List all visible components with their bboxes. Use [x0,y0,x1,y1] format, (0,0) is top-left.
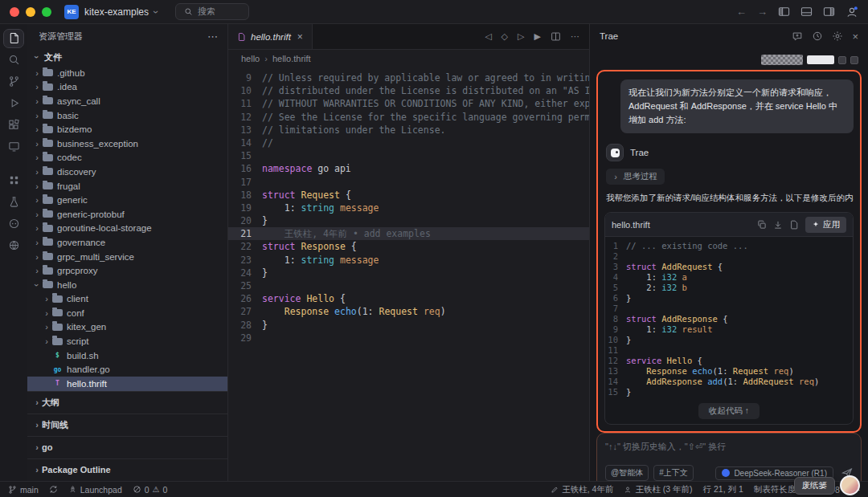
tree-item-business_exception[interactable]: ›business_exception [27,136,227,151]
code-line-12: 12// See the License for the specific la… [228,111,589,124]
explorer-section-大纲[interactable]: ›大纲 [27,391,227,413]
tree-item-.idea[interactable]: ›.idea [27,80,227,95]
line-number: 10 [605,335,626,345]
explorer-section-时间线[interactable]: ›时间线 [27,413,227,436]
tab-close-icon[interactable]: × [297,31,303,43]
code-line-17: 17 [228,176,589,189]
cursor-position[interactable]: 行 21, 列 1 [703,484,743,495]
code-editor[interactable]: 9// Unless required by applicable law or… [228,67,589,481]
compare-icon[interactable]: ◇ [502,31,508,42]
branch-indicator[interactable]: main [8,485,39,495]
token: Response [301,241,345,252]
history-forward-icon[interactable]: → [757,6,768,17]
tree-item-kitex_gen[interactable]: ›kitex_gen [27,320,227,335]
problems-indicator[interactable]: 0 ⚠ 0 [133,485,168,495]
tree-item-handler.go[interactable]: gohandler.go [27,362,227,377]
token: Response [285,306,329,317]
tree-item-governance[interactable]: ›governance [27,235,227,250]
apps-grid-icon[interactable] [0,169,27,191]
warnings-count: 0 [163,485,168,495]
tree-item-basic[interactable]: ›basic [27,108,227,123]
errors-icon [133,485,141,494]
close-window-button[interactable] [10,7,19,17]
tree-item-grpc_multi_service[interactable]: ›grpc_multi_service [27,250,227,264]
history-icon[interactable] [812,31,823,42]
close-panel-icon[interactable]: × [852,31,858,43]
breadcrumb-folder[interactable]: hello [241,54,260,63]
tree-item-frugal[interactable]: ›frugal [27,179,227,194]
tree-item-script[interactable]: ›script [27,334,227,348]
next-change-icon[interactable]: ▷ [518,31,524,42]
tree-item-discovery[interactable]: ›discovery [27,165,227,179]
source-control-icon[interactable] [0,71,27,92]
token: i32 [661,283,677,292]
tree-item-async_call[interactable]: ›async_call [27,94,227,108]
sync-button[interactable] [49,485,58,494]
rocket-icon [68,485,77,495]
tab-hello-thrift[interactable]: hello.thrift × [228,24,313,49]
tree-item-generic[interactable]: ›generic [27,193,227,207]
tree-item-goroutine-local-storage[interactable]: ›goroutine-local-storage [27,222,227,236]
run-debug-icon[interactable] [0,92,27,114]
author-info[interactable]: 王铁柱 (3 年前) [624,484,692,495]
breadcrumb-file[interactable]: hello.thrift [272,54,311,63]
code-tokens: struct AddRequest { [626,262,723,272]
blame-info[interactable]: 王铁柱, 4年前 [551,484,613,495]
trash-tooltip: 废纸篓 [794,477,836,495]
trae-panel: Trae × 现在让我们为新方法分别定义一个新的请求和响应，AddRequest… [589,24,868,481]
minimize-window-button[interactable] [26,7,35,17]
zoom-window-button[interactable] [42,7,51,17]
agent-chip[interactable]: @智能体 [605,465,649,481]
copilot-icon[interactable] [0,213,27,234]
run-file-icon[interactable]: ▶ [534,31,541,42]
history-back-icon[interactable]: ← [736,6,747,17]
code-line-14: 14// [228,136,589,149]
project-selector[interactable]: KE kitex-examples › [64,5,158,19]
chat-input-box[interactable]: "↑↓" 切换历史输入，"⇧⏎" 换行 @智能体 #上下文 DeepSeek-R… [596,433,862,481]
new-file-icon[interactable] [789,220,799,230]
test-flask-icon[interactable] [0,191,27,213]
files-section-header[interactable]: › 文件 [27,48,227,66]
tree-item-.github[interactable]: ›.github [27,66,227,80]
insert-code-icon[interactable] [773,220,783,230]
search-view-icon[interactable] [0,49,27,71]
new-chat-icon[interactable] [792,31,803,42]
globe-icon[interactable] [0,234,27,256]
account-icon[interactable] [845,6,858,18]
tree-item-bizdemo[interactable]: ›bizdemo [27,122,227,136]
token [262,255,285,266]
gear-icon[interactable] [832,31,843,42]
context-chip[interactable]: #上下文 [653,465,694,481]
token: Hello [667,356,693,365]
explorer-section-Package Outline[interactable]: ›Package Outline [27,458,227,481]
thinking-process-toggle[interactable]: › 思考过程 [606,169,665,185]
tree-item-client[interactable]: ›client [27,292,227,307]
collapse-code-button[interactable]: 收起代码 ↑ [698,403,760,419]
breadcrumb[interactable]: hello › hello.thrift [228,50,589,67]
extensions-icon[interactable] [0,114,27,136]
explorer-more-icon[interactable]: ⋯ [207,31,218,43]
tree-item-hello[interactable]: ›hello [27,278,227,292]
apply-button[interactable]: 应用 [805,217,846,233]
split-editor-icon[interactable] [551,31,561,42]
toggle-bottom-panel-icon[interactable] [800,6,813,18]
launchpad-button[interactable]: Launchpad [68,485,122,495]
prev-change-icon[interactable]: ◁ [485,31,491,42]
toggle-left-panel-icon[interactable] [778,6,790,18]
tree-item-grpcproxy[interactable]: ›grpcproxy [27,263,227,278]
copy-icon[interactable] [757,220,767,230]
tree-item-hello.thrift[interactable]: Thello.thrift [27,377,227,391]
tree-item-codec[interactable]: ›codec [27,151,227,165]
explorer-section-go[interactable]: ›go [27,436,227,458]
tree-item-conf[interactable]: ›conf [27,306,227,320]
toggle-right-panel-icon[interactable] [823,6,835,18]
more-actions-icon[interactable]: ⋯ [571,31,579,42]
tree-item-build.sh[interactable]: $build.sh [27,348,227,363]
global-search-button[interactable]: 搜索 [175,3,249,20]
thrift-file-icon: T [52,380,63,387]
remote-explorer-icon[interactable] [0,136,27,157]
code-line-4: 4 1: i32 a [605,272,853,283]
tree-item-generic-protobuf[interactable]: ›generic-protobuf [27,207,227,222]
explorer-icon[interactable] [0,27,27,49]
code-tokens: // ... existing code ... [626,241,748,251]
